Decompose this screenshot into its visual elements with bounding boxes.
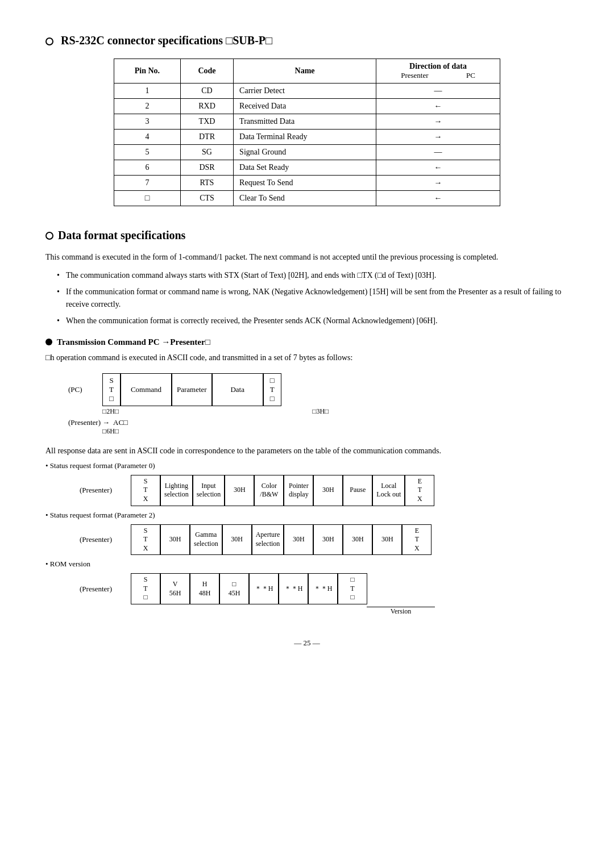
status-cell: H48H: [190, 573, 219, 604]
code: DSR: [180, 160, 233, 176]
table-row: 3 TXD Transmitted Data →: [114, 114, 500, 130]
table-row: 1 CD Carrier Detect —: [114, 84, 500, 99]
presenter-resp-label: (Presenter): [68, 418, 102, 427]
status-cell: 30H: [222, 524, 252, 556]
ack-label: AC□: [113, 418, 128, 427]
status-cell: ＊＊H: [308, 573, 338, 604]
status-cell: 30H: [313, 524, 343, 556]
pc-label: (PC): [68, 385, 97, 394]
pin-no: 3: [114, 114, 181, 130]
code: TXD: [180, 114, 233, 130]
status-cell: 30H: [284, 524, 313, 556]
status-cell: Pause: [343, 475, 372, 506]
col-code: Code: [180, 59, 233, 84]
pin-no: 2: [114, 99, 181, 114]
status-cell: STX: [131, 524, 160, 556]
name: Clear To Send: [234, 191, 376, 206]
status-cell: V56H: [160, 573, 190, 604]
status-cell: Color/B&W: [254, 475, 284, 506]
bullet-item: When the communication format is correct…: [57, 315, 569, 327]
pin-no: 7: [114, 176, 181, 191]
status-cell: ST□: [131, 573, 160, 604]
direction: →: [376, 114, 500, 130]
status-cell: Lightingselection: [160, 475, 193, 506]
hex-ack-label: □6H□: [102, 427, 569, 436]
hex-stx-label: □2H□: [102, 407, 119, 416]
subsection-heading: Transmission Command PC →Presenter□: [45, 337, 569, 347]
status-table2-wrap: (Presenter) STX30HGammaselection30HApert…: [80, 524, 569, 556]
direction: →: [376, 176, 500, 191]
table-row: 7 RTS Request To Send →: [114, 176, 500, 191]
status-table3: ST□V56HH48H□45H＊＊H＊＊H＊＊H□T□: [131, 573, 367, 604]
status-cell: ETX: [402, 524, 432, 556]
status-cell: 30H: [343, 524, 372, 556]
name: Data Terminal Ready: [234, 130, 376, 145]
status-cell: Pointerdisplay: [284, 475, 313, 506]
ack-arrow: →: [102, 418, 110, 427]
direction-pc: PC: [466, 71, 475, 80]
status-cell: LocalLock out: [372, 475, 405, 506]
page-number: — 25 —: [45, 639, 569, 648]
direction-presenter: Presenter: [401, 71, 428, 80]
status-cell: 30H: [225, 475, 254, 506]
transmission-diagram: ST□ Command Parameter Data □T□: [102, 373, 281, 406]
bullet-item: The communication command always starts …: [57, 269, 569, 282]
circle-icon: [45, 37, 53, 45]
status-table3-wrap: (Presenter) ST□V56HH48H□45H＊＊H＊＊H＊＊H□T□ …: [80, 573, 569, 616]
status-table1: STXLightingselectionInputselection30HCol…: [131, 475, 434, 506]
parameter-cell: Parameter: [172, 373, 212, 406]
presenter-label1: (Presenter): [80, 475, 131, 506]
subsection-para: □h operation command is executed in ASCI…: [45, 352, 569, 364]
hex-etx-label: □3H□: [312, 407, 329, 416]
code: SG: [180, 145, 233, 160]
etx-cell: □T□: [263, 373, 281, 406]
status-cell: 30H: [160, 524, 190, 556]
transmission-diagram-container: (PC) ST□ Command Parameter Data □T□ □2H□…: [68, 373, 569, 436]
pin-no: 5: [114, 145, 181, 160]
data-cell: Data: [212, 373, 263, 406]
col-name: Name: [234, 59, 376, 84]
status-cell: 30H: [372, 524, 402, 556]
pin-no: 6: [114, 160, 181, 176]
pin-no: □: [114, 191, 181, 206]
command-cell: Command: [121, 373, 172, 406]
table-row: 6 DSR Data Set Ready ←: [114, 160, 500, 176]
status-cell: ETX: [405, 475, 434, 506]
stx-cell: ST□: [102, 373, 121, 406]
status-cell: 30H: [313, 475, 343, 506]
status-cell: ＊＊H: [249, 573, 279, 604]
section1-title: RS-232C connector specifications □SUB-P□: [45, 34, 569, 47]
table-row: □ CTS Clear To Send ←: [114, 191, 500, 206]
direction: ←: [376, 99, 500, 114]
bullet-item: If the communication format or command n…: [57, 286, 569, 311]
status-cell: □45H: [219, 573, 249, 604]
direction: —: [376, 84, 500, 99]
version-label: Version: [391, 607, 412, 616]
table-row: 2 RXD Received Data ←: [114, 99, 500, 114]
table-row: 4 DTR Data Terminal Ready →: [114, 130, 500, 145]
status-cell: Apertureselection: [252, 524, 284, 556]
circle-icon2: [45, 232, 53, 240]
pin-table: Pin No. Code Name Direction of data Pres…: [114, 59, 500, 206]
name: Signal Ground: [234, 145, 376, 160]
name: Received Data: [234, 99, 376, 114]
table-row: 5 SG Signal Ground —: [114, 145, 500, 160]
direction: —: [376, 145, 500, 160]
direction: ←: [376, 160, 500, 176]
code: CTS: [180, 191, 233, 206]
code: CD: [180, 84, 233, 99]
status-bullet1: • Status request format (Parameter 0): [45, 461, 569, 470]
bullet-list: The communication command always starts …: [57, 269, 569, 327]
status-cell: □T□: [338, 573, 367, 604]
status-cell: STX: [131, 475, 160, 506]
data-format-section: Data format specifications This command …: [45, 229, 569, 616]
section2-heading: Data format specifications: [45, 229, 569, 242]
direction: →: [376, 130, 500, 145]
data-format-para1: This command is executed in the form of …: [45, 251, 569, 264]
rom-version-bullet: • ROM version: [45, 560, 569, 569]
filled-circle-icon: [45, 339, 52, 345]
code: RTS: [180, 176, 233, 191]
status-cell: ＊＊H: [279, 573, 308, 604]
name: Request To Send: [234, 176, 376, 191]
status-para1: All response data are sent in ASCII code…: [45, 445, 569, 457]
